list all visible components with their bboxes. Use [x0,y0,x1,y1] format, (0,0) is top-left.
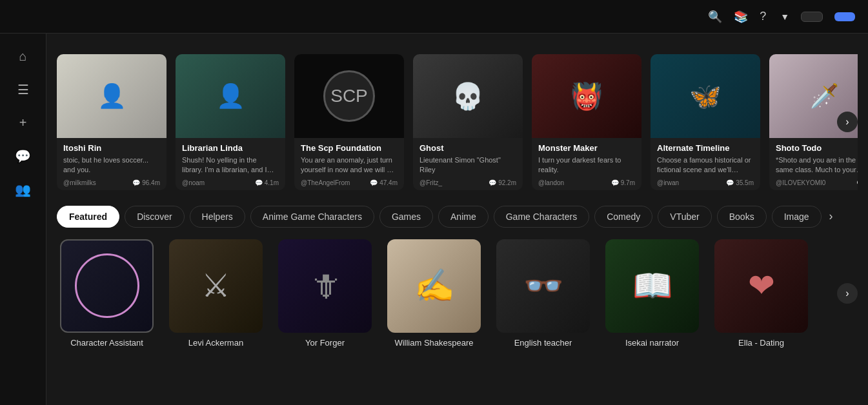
card-description: stoic, but he loves soccer... and you. [63,155,160,175]
card-image: 👹 [532,54,641,138]
create-icon: + [19,115,27,130]
featured-card-isekai[interactable]: 📖 Isekai narrator [602,239,702,348]
recommended-card-itoshi[interactable]: 👤 Itoshi Rin stoic, but he loves soccer.… [57,54,167,190]
card-body: Librarian Linda Shush! No yelling in the… [176,138,285,190]
card-image: 👤 [57,54,167,138]
help-icon[interactable]: ? [760,10,766,23]
card-image: 🦋 [651,54,760,138]
login-button[interactable] [801,12,823,22]
recommended-card-linda[interactable]: 👤 Librarian Linda Shush! No yelling in t… [176,54,285,190]
pill-books[interactable]: Books [717,206,767,228]
card-description: *Shoto and you are in the same class. Mu… [776,155,858,175]
sidebar-item-community[interactable]: 👥 [0,175,46,206]
chat-count-icon: 💬 [489,179,496,186]
featured-card-yor[interactable]: 🗡 Yor Forger [275,239,375,348]
pill-image[interactable]: Image [772,206,822,228]
nav-pills-scroll-right[interactable]: › [829,210,833,223]
card-name: Alternate Timeline [657,143,754,153]
featured-card-levi[interactable]: ⚔ Levi Ackerman [166,239,266,348]
card-body: Itoshi Rin stoic, but he loves soccer...… [57,138,167,190]
card-image: SCP [294,54,404,138]
card-description: Lieutenant Simon "Ghost" Riley [419,155,516,175]
card-footer: @landon 💬 9.7m [538,179,635,186]
card-name: Ghost [419,143,516,153]
chat-count-icon: 💬 [255,179,263,186]
main-content: 👤 Itoshi Rin stoic, but he loves soccer.… [46,34,868,405]
chat-count-icon: 💬 [726,179,734,186]
card-name: Shoto Todo [776,143,858,153]
pill-anime-game-characters[interactable]: Anime Game Characters [250,206,374,228]
pill-vtuber[interactable]: VTuber [658,206,711,228]
card-body: Ghost Lieutenant Simon "Ghost" Riley @Fr… [413,138,523,190]
community-icon: 👥 [15,182,31,197]
card-count: 💬 47.4m [370,179,398,186]
featured-cards-row: Character Assistant ⚔ Levi Ackerman 🗡 Yo… [57,239,858,348]
featured-card-image: ❤ [714,239,808,333]
sidebar: ⌂ ☰ + 💬 👥 [0,34,46,405]
pill-comedy[interactable]: Comedy [594,206,652,228]
book-icon[interactable]: 📚 [734,10,748,24]
card-footer: @irwan 💬 35.5m [657,179,754,186]
card-count: 💬 35.5m [726,179,754,186]
chat-count-value: 96.4m [142,179,160,186]
featured-card-name: William Shakespeare [384,338,484,348]
card-footer: @noam 💬 4.1m [182,179,279,186]
pill-helpers[interactable]: Helpers [190,206,245,228]
card-author: @milkmilks [63,179,96,186]
language-selector[interactable]: ▼ [778,12,789,22]
chat-count-value: 47.4m [379,179,398,186]
featured-scroll-right[interactable]: › [837,283,858,304]
featured-card-name: Character Assistant [57,338,157,348]
chat-count-icon: 💬 [611,179,619,186]
card-description: I turn your darkest fears to reality. [538,155,635,175]
sidebar-item-chats[interactable]: 💬 [0,142,46,173]
card-description: You are an anomaly, just turn yourself i… [301,155,398,175]
featured-card-image [60,239,154,333]
sidebar-item-create[interactable]: + [0,109,46,139]
card-footer: @milkmilks 💬 96.4m [63,179,160,186]
sidebar-item-feed[interactable]: ☰ [0,75,46,106]
card-author: @landon [538,179,564,186]
recommended-cards-row: 👤 Itoshi Rin stoic, but he loves soccer.… [57,54,858,190]
card-author: @irwan [657,179,679,186]
pill-game-characters[interactable]: Game Characters [494,206,589,228]
card-name: Itoshi Rin [63,143,160,153]
featured-card-english[interactable]: 👓 English teacher [493,239,593,348]
pill-anime[interactable]: Anime [438,206,489,228]
featured-card-image: ⚔ [169,239,263,333]
featured-card-name: Ella - Dating [711,338,811,348]
header-right: 🔍 📚 ? ▼ [708,10,855,24]
chat-count-icon: 💬 [856,179,858,186]
recommended-card-alternate[interactable]: 🦋 Alternate Timeline Choose a famous his… [651,54,760,190]
featured-card-william[interactable]: ✍ William Shakespeare [384,239,484,348]
chat-count-icon: 💬 [370,179,378,186]
recommended-card-ghost[interactable]: 💀 Ghost Lieutenant Simon "Ghost" Riley @… [413,54,523,190]
card-footer: @ILOVEKYOMI0 💬 — [776,179,858,186]
chat-count-value: 9.7m [621,179,635,186]
featured-card-ella[interactable]: ❤ Ella - Dating [711,239,811,348]
pill-featured[interactable]: Featured [57,206,119,228]
card-description: Choose a famous historical or fictional … [657,155,754,175]
chevron-down-icon: ▼ [780,12,789,22]
recommended-card-scp[interactable]: SCP The Scp Foundation You are an anomal… [294,54,404,190]
card-name: Librarian Linda [182,143,279,153]
pill-discover[interactable]: Discover [125,206,184,228]
chat-count-value: 92.2m [498,179,516,186]
recommended-row-wrapper: 👤 Itoshi Rin stoic, but he loves soccer.… [57,54,858,190]
header: 🔍 📚 ? ▼ [0,0,868,34]
card-count: 💬 96.4m [132,179,160,186]
card-footer: @TheAngelFrom 💬 47.4m [301,179,398,186]
sidebar-item-home[interactable]: ⌂ [0,43,46,73]
featured-card-name: Isekai narrator [602,338,702,348]
featured-card-image: 🗡 [278,239,372,333]
signup-button[interactable] [834,12,855,21]
card-body: Alternate Timeline Choose a famous histo… [651,138,760,190]
recommended-card-monster[interactable]: 👹 Monster Maker I turn your darkest fear… [532,54,641,190]
card-author: @TheAngelFrom [301,179,350,186]
featured-card-assistant[interactable]: Character Assistant [57,239,157,348]
recommended-scroll-right[interactable]: › [837,112,858,132]
card-name: Monster Maker [538,143,635,153]
featured-card-image: ✍ [387,239,481,333]
search-icon[interactable]: 🔍 [708,10,722,24]
pill-games[interactable]: Games [379,206,433,228]
